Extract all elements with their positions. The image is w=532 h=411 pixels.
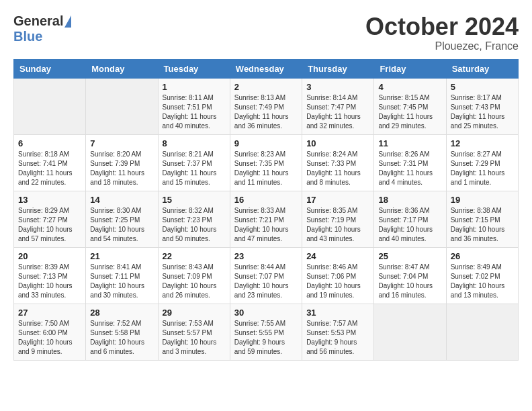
day-info: Sunrise: 8:21 AM Sunset: 7:37 PM Dayligh… (163, 150, 226, 187)
day-number: 22 (163, 251, 226, 261)
calendar-cell: 18Sunrise: 8:36 AM Sunset: 7:17 PM Dayli… (374, 191, 446, 247)
day-info: Sunrise: 8:14 AM Sunset: 7:47 PM Dayligh… (306, 93, 369, 131)
day-info: Sunrise: 8:47 AM Sunset: 7:04 PM Dayligh… (378, 263, 441, 300)
day-number: 21 (90, 251, 153, 261)
calendar-cell: 17Sunrise: 8:35 AM Sunset: 7:19 PM Dayli… (302, 191, 374, 247)
day-number: 7 (90, 138, 153, 148)
weekday-header-tuesday: Tuesday (158, 59, 230, 78)
day-number: 13 (18, 195, 81, 205)
logo-triangle-icon (64, 15, 71, 28)
calendar-cell: 15Sunrise: 8:32 AM Sunset: 7:23 PM Dayli… (158, 191, 230, 247)
calendar-cell: 2Sunrise: 8:13 AM Sunset: 7:49 PM Daylig… (230, 78, 302, 134)
day-info: Sunrise: 8:39 AM Sunset: 7:13 PM Dayligh… (18, 263, 81, 300)
day-number: 12 (451, 138, 514, 148)
day-info: Sunrise: 8:44 AM Sunset: 7:07 PM Dayligh… (234, 263, 298, 300)
day-number: 14 (90, 195, 153, 205)
day-number: 8 (163, 138, 226, 148)
calendar-week-5: 27Sunrise: 7:50 AM Sunset: 6:00 PM Dayli… (14, 304, 519, 360)
day-info: Sunrise: 8:49 AM Sunset: 7:02 PM Dayligh… (451, 263, 514, 300)
day-number: 17 (306, 195, 369, 205)
day-info: Sunrise: 8:36 AM Sunset: 7:17 PM Dayligh… (378, 206, 441, 244)
day-number: 4 (378, 82, 441, 92)
day-info: Sunrise: 8:27 AM Sunset: 7:29 PM Dayligh… (451, 150, 514, 187)
logo-general: General (13, 13, 63, 29)
calendar-cell: 5Sunrise: 8:17 AM Sunset: 7:43 PM Daylig… (446, 78, 518, 134)
day-number: 9 (234, 138, 298, 148)
calendar-cell (446, 304, 518, 360)
day-info: Sunrise: 8:26 AM Sunset: 7:31 PM Dayligh… (378, 150, 441, 187)
day-number: 28 (90, 308, 153, 318)
calendar-cell: 8Sunrise: 8:21 AM Sunset: 7:37 PM Daylig… (158, 134, 230, 191)
calendar-cell: 16Sunrise: 8:33 AM Sunset: 7:21 PM Dayli… (230, 191, 302, 247)
day-info: Sunrise: 7:50 AM Sunset: 6:00 PM Dayligh… (18, 319, 81, 357)
calendar-table: SundayMondayTuesdayWednesdayThursdayFrid… (13, 59, 519, 361)
month-title: October 2024 (365, 13, 519, 40)
logo: General Blue (13, 13, 71, 44)
calendar-cell: 14Sunrise: 8:30 AM Sunset: 7:25 PM Dayli… (86, 191, 158, 247)
day-number: 24 (306, 251, 369, 261)
day-number: 25 (378, 251, 441, 261)
day-info: Sunrise: 7:52 AM Sunset: 5:58 PM Dayligh… (90, 319, 153, 357)
day-info: Sunrise: 8:38 AM Sunset: 7:15 PM Dayligh… (451, 206, 514, 244)
day-number: 2 (234, 82, 298, 92)
day-number: 23 (234, 251, 298, 261)
calendar-cell: 21Sunrise: 8:41 AM Sunset: 7:11 PM Dayli… (86, 247, 158, 304)
title-block: October 2024 Plouezec, France (365, 13, 519, 52)
day-info: Sunrise: 8:35 AM Sunset: 7:19 PM Dayligh… (306, 206, 369, 244)
day-info: Sunrise: 8:20 AM Sunset: 7:39 PM Dayligh… (90, 150, 153, 187)
day-number: 1 (163, 82, 226, 92)
day-number: 26 (451, 251, 514, 261)
day-number: 3 (306, 82, 369, 92)
calendar-cell: 22Sunrise: 8:43 AM Sunset: 7:09 PM Dayli… (158, 247, 230, 304)
calendar-cell: 29Sunrise: 7:53 AM Sunset: 5:57 PM Dayli… (158, 304, 230, 360)
calendar-cell: 1Sunrise: 8:11 AM Sunset: 7:51 PM Daylig… (158, 78, 230, 134)
weekday-header-thursday: Thursday (302, 59, 374, 78)
day-number: 29 (163, 308, 226, 318)
calendar-cell: 10Sunrise: 8:24 AM Sunset: 7:33 PM Dayli… (302, 134, 374, 191)
day-info: Sunrise: 8:18 AM Sunset: 7:41 PM Dayligh… (18, 150, 81, 187)
day-number: 11 (378, 138, 441, 148)
day-number: 30 (234, 308, 298, 318)
calendar-cell (86, 78, 158, 134)
day-info: Sunrise: 8:13 AM Sunset: 7:49 PM Dayligh… (234, 93, 298, 131)
calendar-cell (374, 304, 446, 360)
calendar-cell: 4Sunrise: 8:15 AM Sunset: 7:45 PM Daylig… (374, 78, 446, 134)
calendar-cell: 12Sunrise: 8:27 AM Sunset: 7:29 PM Dayli… (446, 134, 518, 191)
calendar-week-4: 20Sunrise: 8:39 AM Sunset: 7:13 PM Dayli… (14, 247, 519, 304)
calendar-cell (14, 78, 86, 134)
calendar-cell: 23Sunrise: 8:44 AM Sunset: 7:07 PM Dayli… (230, 247, 302, 304)
calendar-cell: 6Sunrise: 8:18 AM Sunset: 7:41 PM Daylig… (14, 134, 86, 191)
calendar-cell: 25Sunrise: 8:47 AM Sunset: 7:04 PM Dayli… (374, 247, 446, 304)
day-info: Sunrise: 8:41 AM Sunset: 7:11 PM Dayligh… (90, 263, 153, 300)
day-info: Sunrise: 8:17 AM Sunset: 7:43 PM Dayligh… (451, 93, 514, 131)
calendar-cell: 30Sunrise: 7:55 AM Sunset: 5:55 PM Dayli… (230, 304, 302, 360)
day-info: Sunrise: 8:11 AM Sunset: 7:51 PM Dayligh… (163, 93, 226, 131)
calendar-cell: 19Sunrise: 8:38 AM Sunset: 7:15 PM Dayli… (446, 191, 518, 247)
day-number: 19 (451, 195, 514, 205)
day-info: Sunrise: 8:30 AM Sunset: 7:25 PM Dayligh… (90, 206, 153, 244)
day-number: 5 (451, 82, 514, 92)
weekday-header-wednesday: Wednesday (230, 59, 302, 78)
calendar-cell: 9Sunrise: 8:23 AM Sunset: 7:35 PM Daylig… (230, 134, 302, 191)
day-info: Sunrise: 8:46 AM Sunset: 7:06 PM Dayligh… (306, 263, 369, 300)
day-info: Sunrise: 8:43 AM Sunset: 7:09 PM Dayligh… (163, 263, 226, 300)
calendar-cell: 24Sunrise: 8:46 AM Sunset: 7:06 PM Dayli… (302, 247, 374, 304)
day-number: 10 (306, 138, 369, 148)
day-number: 6 (18, 138, 81, 148)
calendar-cell: 11Sunrise: 8:26 AM Sunset: 7:31 PM Dayli… (374, 134, 446, 191)
day-info: Sunrise: 7:53 AM Sunset: 5:57 PM Dayligh… (163, 319, 226, 357)
day-info: Sunrise: 7:57 AM Sunset: 5:53 PM Dayligh… (306, 319, 369, 357)
calendar-cell: 3Sunrise: 8:14 AM Sunset: 7:47 PM Daylig… (302, 78, 374, 134)
day-number: 16 (234, 195, 298, 205)
day-number: 20 (18, 251, 81, 261)
calendar-week-2: 6Sunrise: 8:18 AM Sunset: 7:41 PM Daylig… (14, 134, 519, 191)
calendar-cell: 26Sunrise: 8:49 AM Sunset: 7:02 PM Dayli… (446, 247, 518, 304)
day-number: 18 (378, 195, 441, 205)
weekday-header-sunday: Sunday (14, 59, 86, 78)
page-header: General Blue October 2024 Plouezec, Fran… (13, 13, 519, 52)
calendar-week-1: 1Sunrise: 8:11 AM Sunset: 7:51 PM Daylig… (14, 78, 519, 134)
day-info: Sunrise: 8:15 AM Sunset: 7:45 PM Dayligh… (378, 93, 441, 131)
calendar-week-3: 13Sunrise: 8:29 AM Sunset: 7:27 PM Dayli… (14, 191, 519, 247)
day-info: Sunrise: 8:33 AM Sunset: 7:21 PM Dayligh… (234, 206, 298, 244)
calendar-cell: 7Sunrise: 8:20 AM Sunset: 7:39 PM Daylig… (86, 134, 158, 191)
